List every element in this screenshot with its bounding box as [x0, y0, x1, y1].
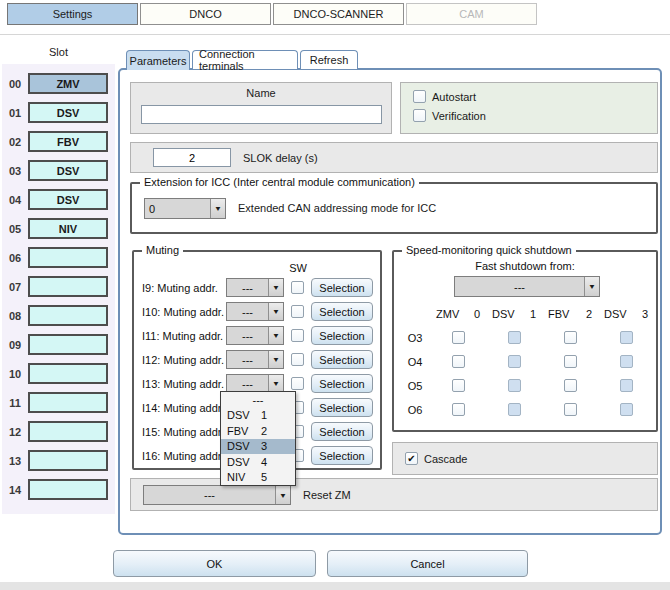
slot-row: 00ZMV: [2, 73, 115, 94]
cascade-checkbox[interactable]: ✔: [405, 452, 418, 465]
o4-zmv-checkbox[interactable]: [452, 355, 465, 368]
tab-refresh[interactable]: Refresh: [300, 50, 358, 69]
startup-options-panel: Autostart Verification: [400, 82, 658, 134]
settings-window: Settings DNCO DNCO-SCANNER CAM Slot 00ZM…: [0, 0, 670, 590]
slot-row: 12: [2, 421, 115, 442]
slot-03-dsv[interactable]: DSV: [28, 160, 108, 181]
o4-dsv1-checkbox[interactable]: [508, 355, 521, 368]
slot-10-empty[interactable]: [28, 363, 108, 384]
o6-fbv-checkbox[interactable]: [564, 403, 577, 416]
i9-selection-button[interactable]: Selection: [311, 278, 373, 297]
dropdown-arrow-icon: [584, 277, 599, 296]
tab-connection-terminals[interactable]: Connection terminals: [192, 50, 298, 69]
muting-addr-open-list: --- DSV1 FBV2 DSV3 DSV4 NIV5: [220, 391, 296, 486]
i11-muting-addr-dropdown[interactable]: ---: [226, 326, 284, 345]
i12-sw-checkbox[interactable]: [291, 353, 304, 366]
list-item-niv-5[interactable]: NIV5: [221, 470, 295, 486]
slot-row: 14: [2, 479, 115, 500]
ok-button[interactable]: OK: [113, 550, 316, 577]
slot-column-header: Slot: [2, 46, 115, 58]
o3-zmv-checkbox[interactable]: [452, 331, 465, 344]
i10-sw-checkbox[interactable]: [291, 305, 304, 318]
o5-dsv3-checkbox[interactable]: [620, 379, 633, 392]
muting-row-label: I16: Muting addr.: [142, 450, 226, 462]
i15-selection-button[interactable]: Selection: [311, 422, 373, 441]
list-item-dsv-3[interactable]: DSV3: [221, 439, 295, 455]
slot-number: 11: [2, 397, 28, 409]
o6-zmv-checkbox[interactable]: [452, 403, 465, 416]
o3-dsv3-checkbox[interactable]: [620, 331, 633, 344]
o3-dsv1-checkbox[interactable]: [508, 331, 521, 344]
slot-07-empty[interactable]: [28, 276, 108, 297]
muting-row-label: I10: Muting addr.: [142, 306, 226, 318]
i11-sw-checkbox[interactable]: [291, 329, 304, 342]
o3-fbv-checkbox[interactable]: [564, 331, 577, 344]
i12-selection-button[interactable]: Selection: [311, 350, 373, 369]
slot-row: 06: [2, 247, 115, 268]
slot-04-dsv[interactable]: DSV: [28, 189, 108, 210]
o4-dsv3-checkbox[interactable]: [620, 355, 633, 368]
i16-selection-button[interactable]: Selection: [311, 446, 373, 465]
tab-settings[interactable]: Settings: [7, 3, 138, 25]
muting-row-i9: I9: Muting addr. --- Selection: [142, 278, 373, 297]
slok-delay-input[interactable]: [153, 148, 231, 167]
row-label-o4: O4: [408, 356, 423, 368]
tab-dnco-scanner[interactable]: DNCO-SCANNER: [273, 3, 404, 25]
i12-muting-addr-dropdown[interactable]: ---: [226, 350, 284, 369]
slot-row: 03DSV: [2, 160, 115, 181]
i9-muting-addr-dropdown[interactable]: ---: [226, 278, 284, 297]
muting-group-title: Muting: [142, 244, 183, 256]
slot-05-niv[interactable]: NIV: [28, 218, 108, 239]
slot-12-empty[interactable]: [28, 421, 108, 442]
autostart-checkbox[interactable]: [413, 90, 426, 103]
i11-selection-button[interactable]: Selection: [311, 326, 373, 345]
slot-01-dsv[interactable]: DSV: [28, 102, 108, 123]
slot-09-empty[interactable]: [28, 334, 108, 355]
slot-02-fbv[interactable]: FBV: [28, 131, 108, 152]
parameters-panel: Name Autostart Verification SLOK delay (…: [118, 68, 662, 535]
dropdown-value: ---: [227, 351, 268, 368]
slot-11-empty[interactable]: [28, 392, 108, 413]
reset-zm-panel: --- Reset ZM: [130, 478, 658, 511]
i13-selection-button[interactable]: Selection: [311, 374, 373, 393]
o5-zmv-checkbox[interactable]: [452, 379, 465, 392]
slot-number: 08: [2, 310, 28, 322]
slot-row: 10: [2, 363, 115, 384]
slot-number: 10: [2, 368, 28, 380]
slot-14-empty[interactable]: [28, 479, 108, 500]
slot-13-empty[interactable]: [28, 450, 108, 471]
slot-number: 09: [2, 339, 28, 351]
slot-row: 08: [2, 305, 115, 326]
list-item-dsv-1[interactable]: DSV1: [221, 408, 295, 424]
tab-dnco[interactable]: DNCO: [140, 3, 271, 25]
slot-06-empty[interactable]: [28, 247, 108, 268]
slot-row: 02FBV: [2, 131, 115, 152]
list-item-none[interactable]: ---: [221, 392, 295, 408]
i10-muting-addr-dropdown[interactable]: ---: [226, 302, 284, 321]
verification-checkbox[interactable]: [413, 109, 426, 122]
cancel-button[interactable]: Cancel: [327, 550, 528, 577]
tab-parameters[interactable]: Parameters: [126, 50, 190, 70]
icc-mode-dropdown[interactable]: 0: [144, 198, 226, 219]
o5-dsv1-checkbox[interactable]: [508, 379, 521, 392]
dropdown-value: 0: [145, 199, 210, 218]
i10-selection-button[interactable]: Selection: [311, 302, 373, 321]
reset-zm-dropdown[interactable]: ---: [143, 485, 291, 505]
i9-sw-checkbox[interactable]: [291, 281, 304, 294]
slot-08-empty[interactable]: [28, 305, 108, 326]
muting-row-label: I15: Muting addr.: [142, 426, 226, 438]
o6-dsv3-checkbox[interactable]: [620, 403, 633, 416]
fast-shutdown-dropdown[interactable]: ---: [454, 276, 600, 297]
o4-fbv-checkbox[interactable]: [564, 355, 577, 368]
column-header-dsv-1: DSV1: [486, 308, 542, 320]
i13-sw-checkbox[interactable]: [291, 377, 304, 390]
o6-dsv1-checkbox[interactable]: [508, 403, 521, 416]
slot-row: 13: [2, 450, 115, 471]
window-footer-strip: [0, 582, 670, 590]
list-item-dsv-4[interactable]: DSV4: [221, 454, 295, 470]
o5-fbv-checkbox[interactable]: [564, 379, 577, 392]
list-item-fbv-2[interactable]: FBV2: [221, 423, 295, 439]
i14-selection-button[interactable]: Selection: [311, 398, 373, 417]
name-input[interactable]: [141, 105, 382, 124]
slot-00-zmv[interactable]: ZMV: [28, 73, 108, 94]
